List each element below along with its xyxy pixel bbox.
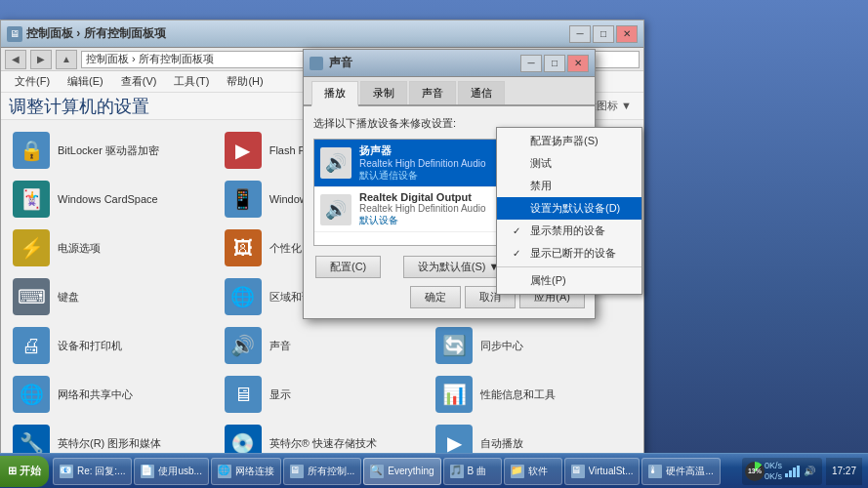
ctx-label-4: 显示禁用的设备 — [530, 224, 605, 238]
taskbar-item-icon-6: 📁 — [511, 465, 524, 478]
taskbar-item-7[interactable]: 🖥 VirtualSt... — [564, 458, 641, 485]
menu-tools[interactable]: 工具(T) — [166, 72, 217, 91]
taskbar-item-icon-4: 🔍 — [370, 465, 384, 478]
cp-item-label-12: 设备和打印机 — [58, 339, 122, 352]
tab-sounds[interactable]: 声音 — [409, 81, 456, 104]
network-speed: 0K/s 0K/s — [765, 461, 782, 482]
cp-item-icon-14: 🔄 — [435, 327, 473, 364]
ctx-item-3[interactable]: 设置为默认设备(D) — [497, 197, 641, 220]
ctx-label-7: 属性(P) — [530, 273, 566, 288]
battery-circle: 13% — [745, 462, 765, 481]
dialog-controls: ─ □ ✕ — [520, 55, 589, 72]
down-speed: 0K/s — [765, 471, 782, 482]
start-label: ⊞ 开始 — [8, 464, 41, 478]
cp-item-label-16: 显示 — [269, 387, 291, 401]
minimize-button[interactable]: ─ — [569, 25, 591, 43]
ctx-item-1[interactable]: 测试 — [497, 152, 641, 175]
taskbar: ⊞ 开始 📧 Re: 回复:... 📄 使用usb... 🌐 网络连接 🖥 所有… — [0, 453, 868, 488]
cp-item-label-17: 性能信息和工具 — [480, 387, 556, 401]
taskbar-item-2[interactable]: 🌐 网络连接 — [211, 458, 281, 485]
cp-item-icon-7: 🖼 — [225, 229, 262, 266]
close-button[interactable]: ✕ — [616, 25, 638, 43]
speaker-tray-icon[interactable]: 🔊 — [803, 465, 816, 478]
taskbar-item-icon-1: 📄 — [141, 465, 154, 478]
dialog-tabs: 播放 录制 声音 通信 — [304, 77, 595, 106]
taskbar-item-4[interactable]: 🔍 Everything — [363, 458, 440, 485]
menu-edit[interactable]: 编辑(E) — [60, 72, 111, 91]
maximize-button[interactable]: □ — [593, 25, 614, 43]
taskbar-item-3[interactable]: 🖥 所有控制... — [283, 458, 361, 485]
tab-communications[interactable]: 通信 — [458, 81, 505, 104]
window-title: 控制面板 › 所有控制面板项 — [26, 25, 569, 42]
window-controls: ─ □ ✕ — [569, 25, 638, 43]
cp-item-17[interactable]: 📊 性能信息和工具 — [432, 372, 636, 417]
net-bar-2 — [789, 470, 792, 477]
ctx-check-5: ✓ — [513, 248, 524, 259]
taskbar-item-label-4: Everything — [388, 466, 434, 476]
window-titlebar: 🖥 控制面板 › 所有控制面板项 ─ □ ✕ — [1, 20, 643, 48]
cp-item-0[interactable]: 🔒 BitLocker 驱动器加密 — [9, 128, 213, 173]
taskbar-item-label-1: 使用usb... — [158, 465, 201, 478]
cp-item-15[interactable]: 🌐 网络和共享中心 — [9, 372, 213, 417]
net-bar-3 — [793, 468, 796, 477]
cp-item-icon-12: 🖨 — [13, 327, 50, 364]
forward-button[interactable]: ▶ — [30, 50, 52, 69]
cp-item-16[interactable]: 🖥 显示 — [221, 372, 425, 417]
tab-recording[interactable]: 录制 — [360, 81, 407, 104]
ctx-item-7[interactable]: 属性(P) — [497, 269, 641, 292]
taskbar-item-icon-8: 🌡 — [648, 465, 662, 478]
taskbar-item-1[interactable]: 📄 使用usb... — [134, 458, 208, 485]
taskbar-item-6[interactable]: 📁 软件 — [504, 458, 562, 485]
start-button[interactable]: ⊞ 开始 — [0, 456, 49, 487]
cp-item-icon-16: 🖥 — [225, 376, 262, 413]
desktop: 🖥 控制面板 › 所有控制面板项 ─ □ ✕ ◀ ▶ ▲ 控制面板 › 所有控制… — [0, 0, 868, 488]
taskbar-item-icon-0: 📧 — [60, 465, 73, 478]
tab-playback[interactable]: 播放 — [311, 81, 358, 106]
dialog-maximize-button[interactable]: □ — [544, 55, 565, 72]
cp-item-13[interactable]: 🔊 声音 — [221, 323, 425, 368]
dialog-titlebar: 声音 ─ □ ✕ — [304, 50, 595, 77]
ok-button[interactable]: 确定 — [410, 286, 461, 308]
cp-item-label-14: 同步中心 — [480, 339, 523, 352]
cp-item-3[interactable]: 🃏 Windows CardSpace — [9, 177, 213, 222]
cp-item-14[interactable]: 🔄 同步中心 — [432, 323, 636, 368]
up-speed: 0K/s — [765, 461, 782, 471]
ctx-label-5: 显示已断开的设备 — [530, 246, 616, 261]
net-bar-4 — [797, 466, 800, 477]
cp-item-icon-17: 📊 — [435, 376, 473, 413]
back-button[interactable]: ◀ — [5, 50, 26, 69]
cp-item-icon-0: 🔒 — [13, 132, 50, 169]
taskbar-item-label-3: 所有控制... — [308, 465, 354, 478]
control-panel-icon: 🖥 — [7, 26, 22, 42]
up-button[interactable]: ▲ — [56, 50, 77, 69]
taskbar-right: 13% 0K/s 0K/s 🔊 17:27 — [736, 454, 868, 488]
clock-time: 17:27 — [832, 466, 856, 476]
ctx-item-2[interactable]: 禁用 — [497, 175, 641, 197]
taskbar-item-0[interactable]: 📧 Re: 回复:... — [53, 458, 132, 485]
menu-help[interactable]: 帮助(H) — [219, 72, 270, 91]
menu-view[interactable]: 查看(V) — [113, 72, 165, 91]
ctx-item-0[interactable]: 配置扬声器(S) — [497, 130, 641, 152]
system-clock[interactable]: 17:27 — [826, 458, 862, 485]
battery-indicator[interactable]: 13% — [748, 465, 762, 478]
menu-file[interactable]: 文件(F) — [7, 72, 58, 91]
cp-item-icon-15: 🌐 — [13, 376, 50, 413]
dialog-close-button[interactable]: ✕ — [567, 55, 589, 72]
ctx-label-1: 测试 — [530, 156, 552, 171]
taskbar-item-icon-5: 🎵 — [450, 465, 464, 478]
cp-item-9[interactable]: ⌨ 键盘 — [9, 274, 213, 319]
dialog-minimize-button[interactable]: ─ — [520, 55, 542, 72]
configure-button[interactable]: 配置(C) — [315, 256, 381, 278]
cp-item-icon-9: ⌨ — [13, 278, 50, 315]
cp-item-label-19: 英特尔® 快速存储技术 — [269, 436, 377, 450]
taskbar-item-8[interactable]: 🌡 硬件高温... — [641, 458, 720, 485]
systray: 13% 0K/s 0K/s 🔊 — [742, 458, 822, 485]
cp-item-12[interactable]: 🖨 设备和打印机 — [9, 323, 213, 368]
taskbar-item-label-6: 软件 — [528, 465, 548, 478]
taskbar-item-5[interactable]: 🎵 B 曲 — [443, 458, 502, 485]
ctx-item-4[interactable]: ✓显示禁用的设备 — [497, 220, 641, 242]
ctx-label-3: 设置为默认设备(D) — [530, 201, 620, 216]
cp-item-6[interactable]: ⚡ 电源选项 — [9, 225, 213, 270]
ctx-item-5[interactable]: ✓显示已断开的设备 — [497, 242, 641, 264]
taskbar-item-label-7: VirtualSt... — [589, 466, 634, 476]
